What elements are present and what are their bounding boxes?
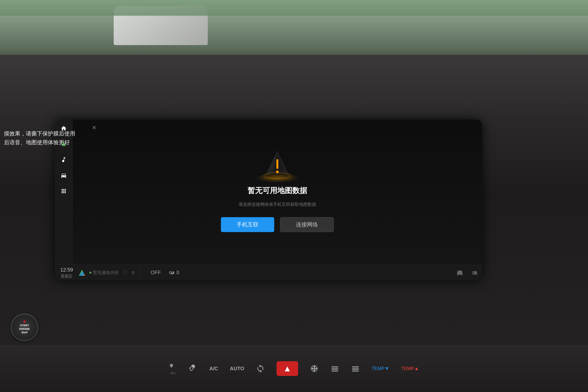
engine-label: ENGINE xyxy=(19,327,30,331)
auto-button[interactable]: AUTO xyxy=(230,366,244,372)
time-display: 12:59 星期五 xyxy=(59,266,74,279)
start-stop-label: START ENGINE StoP xyxy=(19,324,30,334)
playing-status: 暂无播放内容 xyxy=(90,270,119,276)
car-icon xyxy=(456,269,463,276)
temp-down-label: TEMP▼ xyxy=(372,366,389,371)
status-bar-right xyxy=(456,269,478,276)
hazard-button[interactable]: ▲ xyxy=(276,361,298,376)
start-label: START xyxy=(19,324,30,327)
instruction-line1: 摸效果，请撕下保护膜后使用 xyxy=(4,129,75,138)
warning-title: 暂无可用地图数据 xyxy=(248,186,307,196)
svg-marker-7 xyxy=(79,270,85,276)
off-label: OFF xyxy=(146,270,165,276)
recirculate-button[interactable] xyxy=(256,364,265,373)
heated-seat-right[interactable] xyxy=(351,364,360,373)
ac-button[interactable]: A/C xyxy=(209,366,218,372)
media-controls: ♡ ≡ xyxy=(123,269,135,276)
left-instruction-text: 摸效果，请撕下保护膜后使用 后语音、地图使用体验更好 xyxy=(4,129,75,147)
rear-defrost-button[interactable] xyxy=(310,364,319,373)
close-button[interactable]: × xyxy=(92,124,96,132)
temp-down-button[interactable]: TEMP▼ xyxy=(372,366,389,371)
main-screen: × xyxy=(55,120,482,280)
warning-icon xyxy=(262,148,293,180)
fan-speed-down[interactable]: ❄1 xyxy=(169,362,177,376)
dashboard: 摸效果，请撕下保护膜后使用 后语音、地图使用体验更好 xyxy=(0,55,588,392)
playing-text: 暂无播放内容 xyxy=(93,270,119,276)
fan-value: 0 xyxy=(176,270,179,276)
heart-icon[interactable]: ♡ xyxy=(123,269,128,276)
fan-control: 0 xyxy=(168,270,179,276)
button-indicator-dot xyxy=(23,320,26,323)
warning-subtitle: 请选择连接网络或手机互联获取地图数据 xyxy=(238,202,316,207)
svg-rect-4 xyxy=(276,159,278,169)
vegetation xyxy=(0,0,588,16)
sidebar-apps[interactable] xyxy=(59,186,68,196)
temp-up-label: TEMP▲ xyxy=(401,366,419,371)
instruction-line2: 后语音、地图使用体验更好 xyxy=(4,138,75,147)
bottom-control-panel: ❄1 A/C AUTO ▲ xyxy=(0,345,588,392)
siri-logo xyxy=(78,269,86,276)
fan-button[interactable] xyxy=(189,364,198,373)
glow-effect xyxy=(256,173,299,183)
temp-up-button[interactable]: TEMP▲ xyxy=(401,366,419,371)
start-engine-stop-button[interactable]: START ENGINE StoP xyxy=(11,314,38,341)
windshield-area xyxy=(0,0,588,63)
playing-dot xyxy=(90,272,91,274)
sidebar-car[interactable] xyxy=(59,170,68,180)
divider xyxy=(140,268,141,278)
network-connect-button[interactable]: 连接网络 xyxy=(280,217,334,232)
warning-container: 暂无可用地图数据 请选择连接网络或手机互联获取地图数据 手机互联 连接网络 xyxy=(221,148,334,232)
list-icon[interactable]: ≡ xyxy=(132,270,135,276)
stop-label: StoP xyxy=(19,331,30,334)
time-value: 12:59 xyxy=(59,266,74,273)
status-bar: 12:59 星期五 xyxy=(55,264,482,280)
main-content-area: × xyxy=(72,120,482,264)
phone-connect-button[interactable]: 手机互联 xyxy=(221,217,274,232)
heated-seat-left[interactable] xyxy=(330,364,339,373)
day-value: 星期五 xyxy=(59,274,74,279)
action-buttons: 手机互联 连接网络 xyxy=(221,217,334,232)
sidebar-music[interactable] xyxy=(59,155,68,165)
seat-icon xyxy=(471,269,478,276)
